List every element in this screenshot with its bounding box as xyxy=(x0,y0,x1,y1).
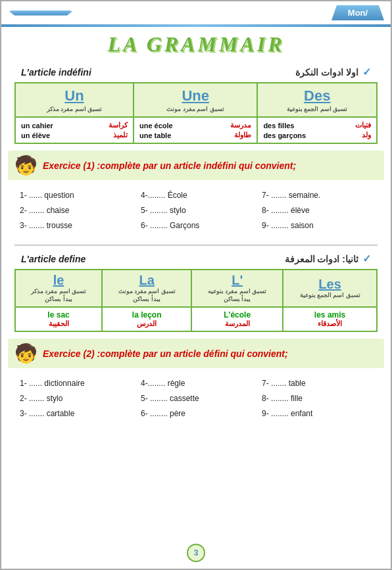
section1-header: L'article indéfini ✓ اولا ادوات النكرة xyxy=(1,66,391,78)
def-ex-ar-3: الأصدقاء xyxy=(318,320,342,327)
exercise1-col2: 4-........ École5- ........ stylo6- ....… xyxy=(135,185,257,235)
des-word: Des xyxy=(260,87,374,105)
une-sub: تسبق اسم مفرد مونث xyxy=(137,106,254,112)
exercise-item: 8- ........ élève xyxy=(262,203,372,218)
des-examples: des filles فتيات des garçons ولد xyxy=(257,117,377,143)
le-sub: تسبق اسم مفرد مذكريبدأ بساكن xyxy=(20,288,97,304)
section2-header: L'article define ✓ ثانيا: ادوات المعرفة xyxy=(1,252,391,265)
exercise1-col1: 1- ...... question2- ....... chaise3- ..… xyxy=(14,185,135,235)
top-tab-right: Mon/ xyxy=(331,5,384,20)
des-ex1-ar: فتيات xyxy=(355,121,371,130)
top-line xyxy=(1,24,391,27)
indefini-example-row: un cahier كراسة un élève تلميذ une école xyxy=(15,117,377,143)
exercise2-title: Exercice (2) :complète par un article dé… xyxy=(43,348,288,359)
exercise-item: 6- ........ Garçons xyxy=(141,218,251,233)
exercise-item: 5- ........ cassette xyxy=(141,391,251,406)
une-word: Une xyxy=(137,87,254,105)
un-sub: تسبق اسم مفرد مذكر xyxy=(18,106,130,112)
page-number: 3 xyxy=(187,544,205,562)
page: Mon/ LA GRAMMAIR L'article indéfini ✓ او… xyxy=(0,0,392,570)
exercise-item: 1- ...... dictionnaire xyxy=(20,376,130,391)
exercise2-icon: 🧒 xyxy=(14,343,37,364)
checkmark2: ✓ xyxy=(362,252,371,265)
exercise2-heading: 🧒 Exercice (2) :complète par un article … xyxy=(8,339,384,368)
section2-label-left: L'article define xyxy=(21,254,86,264)
un-ex1-ar: كراسة xyxy=(109,121,128,130)
l-word: L' xyxy=(196,273,278,288)
def-ex-fr-3: les amis xyxy=(314,310,345,320)
exercise-item: 3- ....... cartable xyxy=(20,406,130,421)
exercise1-title: Exercice (1) :complète par un article in… xyxy=(43,160,296,171)
page-title: LA GRAMMAIR xyxy=(1,32,391,57)
des-ex2-fr: des garçons xyxy=(263,131,306,139)
des-ex2-ar: ولد xyxy=(362,131,371,139)
indefini-header-row: Un تسبق اسم مفرد مذكر Une تسبق اسم مفرد … xyxy=(15,83,377,117)
exercise-item: 2- ....... stylo xyxy=(20,391,130,406)
divider1 xyxy=(14,245,378,246)
la-header: La تسبق اسم مفرد مونثيبدأ بساكن xyxy=(102,270,191,307)
indefini-table: Un تسبق اسم مفرد مذكر Une تسبق اسم مفرد … xyxy=(14,82,378,144)
une-ex1-fr: une école xyxy=(139,122,173,130)
une-ex2-fr: une table xyxy=(139,131,171,139)
section2-label-right-text: ثانيا: ادوات المعرفة xyxy=(285,254,358,264)
un-examples: un cahier كراسة un élève تلميذ xyxy=(15,117,134,143)
section1-label-right-text: اولا ادوات النكرة xyxy=(295,67,358,78)
exercise2-col3: 7- ....... table8- ........ fille9- ....… xyxy=(257,373,378,423)
definite-example-row: le sacالحقيبةla leçonالدرسL'écoleالمدرسة… xyxy=(15,307,377,331)
exercise-item: 9- ........ enfant xyxy=(262,406,372,421)
exercise-item: 6- ........ père xyxy=(141,406,251,421)
exercise-item: 8- ........ fille xyxy=(262,391,372,406)
un-ex1-fr: un cahier xyxy=(21,122,53,130)
les-header: Les تسبق اسم الجمع بنوعية xyxy=(283,270,377,307)
une-header: Une تسبق اسم مفرد مونث xyxy=(134,83,257,117)
section2-label-right: ✓ ثانيا: ادوات المعرفة xyxy=(285,252,371,265)
une-examples: une école مدرسة une table طاولة xyxy=(134,117,257,143)
section1-label-left: L'article indéfini xyxy=(21,67,91,78)
top-bar: Mon/ xyxy=(1,1,391,24)
exercise1-grid: 1- ...... question2- ....... chaise3- ..… xyxy=(14,185,378,235)
exercise1-col3: 7- ....... semaine.8- ........ élève9- .… xyxy=(257,185,378,235)
def-example-cell-3: les amisالأصدقاء xyxy=(283,307,377,331)
exercise-item: 2- ....... chaise xyxy=(20,203,130,218)
exercise1-icon: 🧒 xyxy=(14,154,37,176)
def-ex-fr-2: L'école xyxy=(224,310,251,320)
exercise-item: 5- ........ stylo xyxy=(141,203,251,218)
exercise-item: 4-........ École xyxy=(141,188,251,203)
def-ex-ar-1: الدرس xyxy=(137,320,157,327)
exercise2-col2: 4-........ règle5- ........ cassette6- .… xyxy=(135,373,257,423)
le-word: le xyxy=(20,273,97,288)
definite-table: le تسبق اسم مفرد مذكريبدأ بساكن La تسبق … xyxy=(14,269,378,332)
def-example-cell-1: la leçonالدرس xyxy=(102,307,191,331)
une-ex2-ar: طاولة xyxy=(234,131,251,139)
les-sub: تسبق اسم الجمع بنوعية xyxy=(287,292,372,300)
exercise-item: 3- ....... trousse xyxy=(20,218,130,233)
def-ex-ar-2: المدرسة xyxy=(225,320,250,327)
def-example-cell-0: le sacالحقيبة xyxy=(15,307,102,331)
l-sub: تسبق اسم مفرد بنوعيهيبدأ بساكن xyxy=(196,288,278,304)
un-word: Un xyxy=(18,87,130,105)
def-ex-ar-0: الحقيبة xyxy=(49,320,69,327)
section1-label-right: ✓ اولا ادوات النكرة xyxy=(295,66,371,78)
definite-header-row: le تسبق اسم مفرد مذكريبدأ بساكن La تسبق … xyxy=(15,270,377,307)
l-header: L' تسبق اسم مفرد بنوعيهيبدأ بساكن xyxy=(191,270,283,307)
exercise-item: 1- ...... question xyxy=(20,188,130,203)
les-word: Les xyxy=(287,277,372,292)
le-header: le تسبق اسم مفرد مذكريبدأ بساكن xyxy=(15,270,102,307)
checkmark1: ✓ xyxy=(362,66,371,78)
exercise2-grid: 1- ...... dictionnaire2- ....... stylo3-… xyxy=(14,373,378,423)
top-tab-left xyxy=(8,11,74,16)
exercise-item: 7- ....... semaine. xyxy=(262,188,372,203)
des-ex1-fr: des filles xyxy=(263,122,294,130)
des-sub: تسبق اسم الجمع بنوعية xyxy=(260,106,374,112)
la-sub: تسبق اسم مفرد مونثيبدأ بساكن xyxy=(107,288,187,304)
exercise-item: 9- ........ saison xyxy=(262,218,372,233)
def-ex-fr-0: le sac xyxy=(47,310,69,320)
un-ex2-ar: تلميذ xyxy=(113,131,128,139)
un-ex2-fr: un élève xyxy=(21,131,50,139)
exercise1-heading: 🧒 Exercice (1) :complète par un article … xyxy=(8,151,384,180)
la-word: La xyxy=(107,273,187,288)
exercise-item: 4-........ règle xyxy=(141,376,251,391)
exercise2-col1: 1- ...... dictionnaire2- ....... stylo3-… xyxy=(14,373,135,423)
des-header: Des تسبق اسم الجمع بنوعية xyxy=(257,83,377,117)
exercise-item: 7- ....... table xyxy=(262,376,372,391)
